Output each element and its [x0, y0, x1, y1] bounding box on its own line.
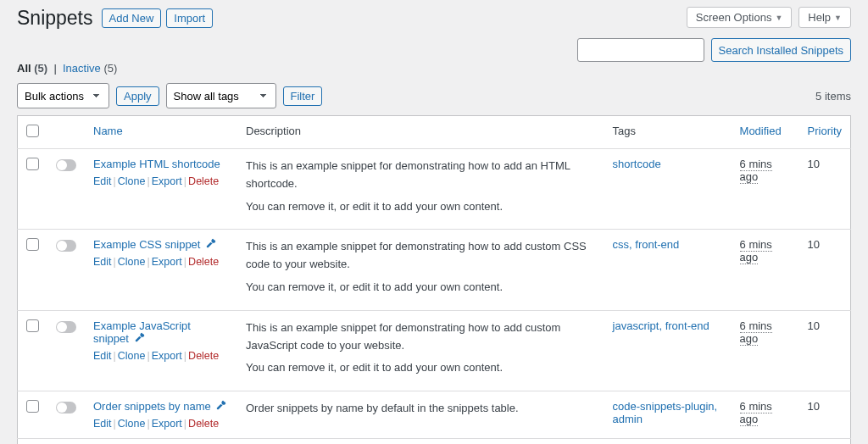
- items-count: 5 items: [815, 90, 851, 103]
- chevron-down-icon: ▼: [834, 14, 842, 22]
- bulk-actions-select[interactable]: Bulk actions: [17, 83, 109, 108]
- clone-link[interactable]: Clone: [118, 350, 146, 362]
- help-label: Help: [808, 11, 831, 24]
- clone-link[interactable]: Clone: [118, 256, 146, 268]
- priority-value: 10: [799, 149, 851, 230]
- screen-options-button[interactable]: Screen Options ▼: [687, 7, 793, 28]
- apply-button[interactable]: Apply: [116, 86, 159, 106]
- col-priority-header[interactable]: Priority: [808, 125, 842, 137]
- row-checkbox[interactable]: [26, 158, 39, 170]
- table-row: Order snippets by name Edit|Clone|Export…: [18, 391, 851, 439]
- col-name-header[interactable]: Name: [93, 125, 123, 137]
- row-checkbox[interactable]: [26, 319, 39, 332]
- snippet-title-link[interactable]: Order snippets by name: [93, 400, 211, 413]
- modified-time: 6 mins ago: [740, 158, 772, 184]
- edit-link[interactable]: Edit: [93, 350, 112, 362]
- tag-link[interactable]: shortcode: [613, 158, 661, 170]
- activate-toggle[interactable]: [56, 159, 76, 171]
- filter-inactive-label: Inactive: [63, 62, 101, 75]
- row-checkbox[interactable]: [26, 400, 39, 413]
- filter-all-count: (5): [34, 62, 47, 75]
- screen-options-label: Screen Options: [696, 11, 772, 24]
- snippet-title-link[interactable]: Example CSS snippet: [93, 238, 200, 251]
- tags-select[interactable]: Show all tags: [166, 83, 276, 108]
- col-description-header: Description: [237, 116, 604, 149]
- export-link[interactable]: Export: [152, 256, 182, 268]
- filter-button[interactable]: Filter: [283, 86, 323, 106]
- snippet-description: This is an example snippet for demonstra…: [237, 310, 604, 391]
- page-title: Snippets: [17, 7, 93, 30]
- export-link[interactable]: Export: [152, 175, 182, 187]
- snippet-title-link[interactable]: Example HTML shortcode: [93, 158, 220, 170]
- priority-value: 10: [799, 310, 851, 391]
- tag-link[interactable]: code-snippets-plugin, admin: [613, 400, 718, 425]
- activate-toggle[interactable]: [56, 240, 76, 252]
- modified-time: 6 mins ago: [740, 400, 772, 426]
- table-row: Example CSS snippet Edit|Clone|Export|De…: [18, 230, 851, 310]
- delete-link[interactable]: Delete: [188, 418, 219, 430]
- export-link[interactable]: Export: [152, 350, 182, 362]
- priority-value: 10: [799, 391, 851, 439]
- wrench-icon: [205, 238, 216, 249]
- wrench-icon: [215, 400, 226, 411]
- wrench-icon: [134, 332, 145, 343]
- import-button[interactable]: Import: [166, 8, 213, 28]
- clone-link[interactable]: Clone: [118, 175, 146, 187]
- priority-value: 10: [799, 439, 851, 444]
- search-input[interactable]: [577, 38, 704, 62]
- filter-inactive[interactable]: Inactive (5): [63, 62, 117, 75]
- priority-value: 10: [799, 230, 851, 310]
- activate-toggle[interactable]: [56, 402, 76, 413]
- search-button[interactable]: Search Installed Snippets: [711, 38, 851, 62]
- clone-link[interactable]: Clone: [118, 418, 146, 430]
- add-new-button[interactable]: Add New: [102, 8, 162, 28]
- tag-link[interactable]: javascript, front-end: [613, 319, 709, 332]
- edit-link[interactable]: Edit: [93, 256, 112, 268]
- modified-time: 6 mins ago: [740, 238, 772, 264]
- table-row: Example HTML shortcode Edit|Clone|Export…: [18, 149, 851, 230]
- edit-link[interactable]: Edit: [93, 418, 112, 430]
- tag-link[interactable]: css, front-end: [613, 238, 680, 251]
- col-modified-header[interactable]: Modified: [740, 125, 782, 137]
- filter-all[interactable]: All (5): [17, 62, 51, 75]
- snippet-description: This is an example snippet for demonstra…: [237, 149, 604, 230]
- snippet-description: Order snippets by name by default in the…: [237, 391, 604, 439]
- row-checkbox[interactable]: [26, 238, 39, 251]
- table-row: Order snippets by date Edit|Clone|Export…: [18, 439, 851, 444]
- export-link[interactable]: Export: [152, 418, 182, 430]
- col-tags-header: Tags: [604, 116, 732, 149]
- table-row: Example JavaScript snippet Edit|Clone|Ex…: [18, 310, 851, 391]
- select-all-checkbox[interactable]: [26, 125, 39, 137]
- help-button[interactable]: Help ▼: [798, 7, 851, 28]
- snippet-description: Order snippets by last modification date…: [237, 439, 604, 444]
- modified-time: 6 mins ago: [740, 319, 772, 346]
- chevron-down-icon: ▼: [775, 14, 782, 22]
- edit-link[interactable]: Edit: [93, 175, 112, 187]
- delete-link[interactable]: Delete: [188, 256, 219, 268]
- delete-link[interactable]: Delete: [188, 350, 219, 362]
- filter-all-label: All: [17, 62, 31, 75]
- delete-link[interactable]: Delete: [188, 175, 219, 187]
- activate-toggle[interactable]: [56, 321, 76, 333]
- snippet-description: This is an example snippet for demonstra…: [237, 230, 604, 310]
- filter-inactive-count: (5): [103, 62, 117, 75]
